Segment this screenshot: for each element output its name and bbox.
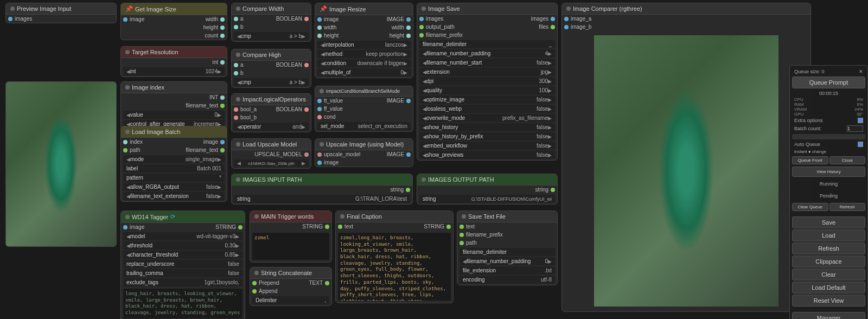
node-image-index[interactable]: Image index INT filename_text ◀value0▶ ◀… <box>120 81 227 130</box>
node-compare-w[interactable]: Compare Width aBOOLEAN b ◀cmpa > b▶ <box>231 3 311 42</box>
reset-view-button[interactable]: Reset View <box>792 295 865 307</box>
close-button[interactable]: Close <box>829 156 866 164</box>
clear-queue-button[interactable]: Clear Queue <box>792 203 828 211</box>
load-button[interactable]: Load <box>792 229 865 241</box>
queue-prompt-button[interactable]: Queue Prompt <box>792 76 865 88</box>
node-save[interactable]: Image Save imagesimages output_pathfiles… <box>417 3 558 161</box>
pin-icon: 📌 <box>125 5 133 12</box>
refresh-icon: ⟳ <box>170 213 175 220</box>
close-icon[interactable]: ✕ <box>859 69 863 74</box>
node-preview-input[interactable]: Preview Image Input images <box>5 3 117 23</box>
clear-button[interactable]: Clear <box>792 269 865 280</box>
node-target-res[interactable]: Target Resolution int ◀int1024▶ <box>120 46 227 77</box>
node-wd14[interactable]: WD14 Tagger⟳ imageSTRING ◀modelwd-vit-ta… <box>120 210 245 319</box>
control-panel[interactable]: Queue size: 0✕ Queue Prompt 00:00:15 CPU… <box>789 65 868 319</box>
node-str-concat[interactable]: String Concatenate PrependTEXT Append De… <box>250 267 332 306</box>
extra-options-checkbox[interactable] <box>858 118 863 123</box>
comparer-image <box>594 35 778 307</box>
queue-front-button[interactable]: Queue Front <box>792 156 828 164</box>
view-history-button[interactable]: View History <box>792 167 865 177</box>
auto-queue-checkbox[interactable] <box>858 142 863 147</box>
node-final-caption[interactable]: Final Caption textSTRING zzmel,long_hair… <box>335 210 454 303</box>
pin-icon: 📌 <box>320 5 327 12</box>
node-images-output[interactable]: IMAGES OUTPUT PATH string stringG:\STABL… <box>417 174 558 205</box>
load-default-button[interactable]: Load Default <box>792 282 865 294</box>
node-get-size[interactable]: 📌Get Image Size imagewidth height count <box>120 3 227 40</box>
batch-count-input[interactable] <box>847 125 863 132</box>
node-branch[interactable]: ImpactConditionalBranchSelMode tt_valueI… <box>315 86 413 132</box>
preview-image-left <box>5 81 117 247</box>
node-upscale-img[interactable]: Upscale Image (using Model) upscale_mode… <box>315 138 413 167</box>
node-load-batch[interactable]: Load Image Batch indeximage pathfilename… <box>120 126 227 202</box>
node-save-text[interactable]: Save Text File text filename_prefix path… <box>457 210 558 285</box>
save-button[interactable]: Save <box>792 216 865 228</box>
node-title: Preview Image Input <box>17 5 71 12</box>
node-logic[interactable]: ImpactLogicalOperators bool_aBOOLEAN boo… <box>231 93 311 132</box>
refresh-button[interactable]: Refresh <box>792 243 865 254</box>
manager-button[interactable]: Manager <box>792 312 865 319</box>
node-comparer[interactable]: Image Comparer (rgthree) image_a image_b <box>561 3 811 312</box>
clipspace-button[interactable]: Clipspace <box>792 256 865 267</box>
int-widget[interactable]: ◀int1024▶ <box>123 67 225 75</box>
wd14-output: long_hair, breasts, looking_at_viewer, s… <box>123 289 242 318</box>
node-resize[interactable]: 📌Image Resize imageIMAGE widthwidth heig… <box>315 3 413 78</box>
node-images-input[interactable]: IMAGES INPUT PATH string stringG:\TRAIN_… <box>231 174 413 205</box>
batch-slider[interactable] <box>792 134 865 139</box>
node-compare-h[interactable]: Compare High aBOOLEAN b ◀cmpa > b▶ <box>231 49 311 88</box>
refresh-queue-button[interactable]: Refresh <box>829 203 866 211</box>
node-main-trigger[interactable]: MAIN Trigger words STRING zzmel <box>250 210 332 263</box>
node-load-upscale[interactable]: Load Upscale Model UPSCALE_MODEL ◀x1NMKD… <box>231 138 311 169</box>
